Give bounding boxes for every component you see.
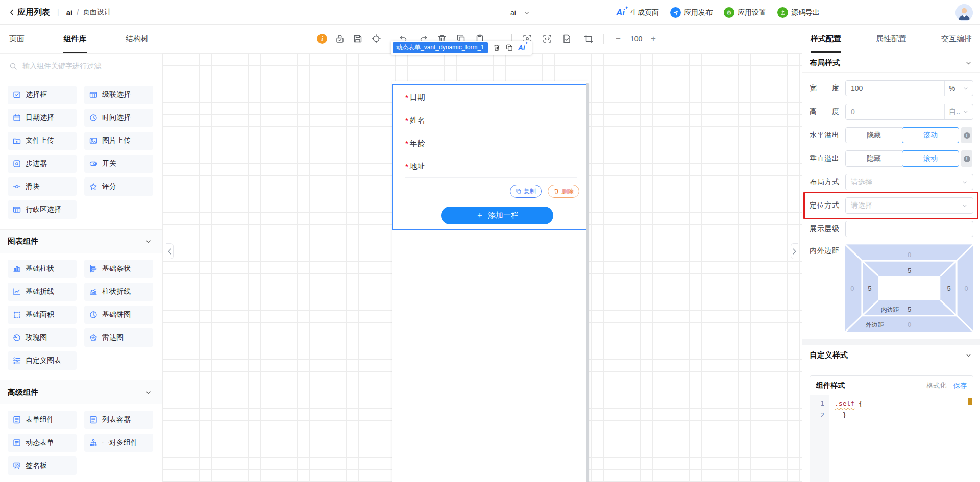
component-label: 表单组件 [26, 415, 54, 424]
collapse-left-panel-handle[interactable] [166, 243, 174, 259]
inspector-tab-属性配置[interactable]: 属性配置 [876, 25, 906, 53]
component-item-基础饼图[interactable]: 基础饼图 [84, 306, 153, 324]
css-code-editor[interactable]: 12 .self { } [810, 395, 973, 482]
width-value: 100 [846, 84, 944, 92]
form-field-年龄[interactable]: *年龄 [405, 132, 577, 155]
info-icon[interactable]: i [317, 34, 327, 44]
svg-text:0: 0 [908, 251, 911, 259]
zoom-in-button[interactable]: + [651, 34, 656, 44]
height-input[interactable]: 0 自.. [845, 104, 973, 120]
component-item-动态表单[interactable]: 动态表单 [8, 434, 77, 452]
component-item-基础面积[interactable]: 基础面积 [8, 306, 77, 324]
form-field-姓名[interactable]: *姓名 [405, 109, 577, 132]
toggle-option-滚动[interactable]: 滚动 [902, 127, 959, 143]
component-item-步进器[interactable]: 步进器 [8, 155, 77, 173]
box-model-diagram[interactable]: 0 5 0 5 5 0 内边距 5 外边距 0 [845, 244, 973, 332]
layout-mode-select[interactable]: 请选择 [845, 174, 973, 190]
component-item-列表容器[interactable]: 列表容器 [84, 411, 153, 429]
source-export-button[interactable]: 源码导出 [777, 7, 820, 18]
toggle-option-隐藏[interactable]: 隐藏 [845, 127, 902, 143]
component-item-基础折线[interactable]: 基础折线 [8, 283, 77, 301]
save-icon[interactable] [353, 34, 363, 44]
selected-component-toolbar: 动态表单_vant_dynamic_form_1 Ai✦ [391, 41, 532, 55]
z-level-input[interactable] [845, 221, 973, 237]
app-publish-button[interactable]: 应用发布 [670, 7, 713, 18]
folder-up-icon [13, 137, 21, 145]
position-mode-row: 定位方式 请选择 [810, 197, 973, 214]
component-item-基础条状[interactable]: 基础条状 [84, 260, 153, 278]
component-item-玫瑰图[interactable]: 玫瑰图 [8, 328, 77, 347]
component-item-滑块[interactable]: 滑块 [8, 177, 77, 196]
svg-text:0: 0 [850, 285, 854, 292]
collapse-right-panel-handle[interactable] [791, 243, 798, 259]
inspector-tab-交互编排[interactable]: 交互编排 [941, 25, 972, 53]
page-vertical-scrollbar[interactable] [586, 83, 589, 482]
layout-mode-row: 布局方式 请选择 [810, 174, 973, 190]
overflow-x-info[interactable]: ! [961, 127, 972, 143]
phone-page-frame[interactable]: *日期*姓名*年龄*地址 复制 删除 [392, 81, 589, 482]
component-group-header[interactable]: 高级组件 [0, 380, 162, 404]
sidebar-tab-页面[interactable]: 页面 [9, 25, 24, 53]
selected-dynamic-form-component[interactable]: *日期*姓名*年龄*地址 复制 删除 [392, 84, 589, 230]
back-to-app-list-button[interactable]: 应用列表 [8, 7, 50, 18]
component-item-级联选择[interactable]: 级联选择 [84, 86, 153, 104]
sidebar-tab-组件库[interactable]: 组件库 [64, 25, 87, 53]
page-select-dropdown[interactable]: ai [510, 0, 530, 25]
component-item-选择框[interactable]: 选择框 [8, 86, 77, 104]
save-button[interactable]: 保存 [953, 381, 967, 390]
radar-icon [89, 334, 97, 342]
ai-edit-icon[interactable]: Ai✦ [518, 44, 527, 52]
form-comp-icon [13, 416, 21, 424]
component-item-自定义图表[interactable]: 自定义图表 [8, 351, 77, 370]
overflow-y-info[interactable]: ! [961, 150, 972, 167]
delete-component-icon[interactable] [493, 44, 501, 52]
component-item-开关[interactable]: 开关 [84, 155, 153, 173]
component-search-input[interactable]: 输入组件关键字进行过滤 [0, 54, 162, 79]
generate-page-button[interactable]: Ai✦生成页面 [616, 8, 659, 18]
form-field-日期[interactable]: *日期 [405, 86, 577, 109]
user-avatar[interactable] [955, 4, 973, 21]
position-mode-select[interactable]: 请选择 [845, 197, 973, 214]
inspector-tab-样式配置[interactable]: 样式配置 [811, 25, 841, 53]
component-group-header[interactable]: 图表组件 [0, 229, 162, 253]
toggle-option-隐藏[interactable]: 隐藏 [845, 150, 902, 167]
pie-icon [89, 311, 97, 319]
width-input[interactable]: 100 % [845, 80, 973, 96]
canvas-grid[interactable]: *日期*姓名*年龄*地址 复制 删除 [162, 53, 802, 482]
target-icon[interactable] [371, 34, 381, 44]
component-item-基础柱状[interactable]: 基础柱状 [8, 260, 77, 278]
toggle-option-滚动[interactable]: 滚动 [902, 150, 959, 167]
component-item-签名板[interactable]: 签名板 [8, 456, 77, 475]
component-item-一对多组件[interactable]: 一对多组件 [84, 434, 153, 452]
zoom-out-button[interactable]: − [616, 34, 621, 44]
inspector-tabs: 样式配置属性配置交互编排 [802, 25, 980, 53]
component-item-行政区选择[interactable]: 行政区选择 [8, 200, 77, 219]
component-item-雷达图[interactable]: 雷达图 [84, 328, 153, 347]
one-many-icon [89, 439, 97, 447]
copy-component-icon[interactable] [505, 44, 513, 52]
doc-check-icon[interactable] [561, 34, 572, 44]
field-label: 姓名 [410, 116, 425, 125]
add-row-button[interactable]: ＋ 添加一栏 [441, 207, 553, 224]
component-item-文件上传[interactable]: 文件上传 [8, 132, 77, 150]
format-button[interactable]: 格式化 [926, 381, 946, 390]
component-item-表单组件[interactable]: 表单组件 [8, 411, 77, 429]
form-field-地址[interactable]: *地址 [405, 155, 577, 178]
layout-style-section-header[interactable]: 布局样式 [802, 53, 980, 73]
editor-code[interactable]: .self { } [829, 395, 973, 482]
component-item-柱状折线[interactable]: 柱状折线 [84, 283, 153, 301]
crop-icon[interactable] [583, 34, 594, 44]
row-delete-button[interactable]: 删除 [548, 185, 579, 198]
code-scan-icon[interactable] [542, 34, 552, 44]
component-item-图片上传[interactable]: 图片上传 [84, 132, 153, 150]
unlock-icon[interactable] [335, 34, 345, 44]
sidebar-tab-结构树[interactable]: 结构树 [126, 25, 149, 53]
component-item-时间选择[interactable]: 时间选择 [84, 109, 153, 127]
width-unit-select[interactable]: % [944, 81, 973, 96]
component-item-日期选择[interactable]: 日期选择 [8, 109, 77, 127]
app-settings-button[interactable]: ⚙应用设置 [724, 7, 766, 18]
component-item-评分[interactable]: 评分 [84, 177, 153, 196]
custom-style-section-header[interactable]: 自定义样式 [802, 345, 980, 365]
height-unit-select[interactable]: 自.. [944, 104, 973, 119]
row-copy-button[interactable]: 复制 [510, 185, 542, 198]
